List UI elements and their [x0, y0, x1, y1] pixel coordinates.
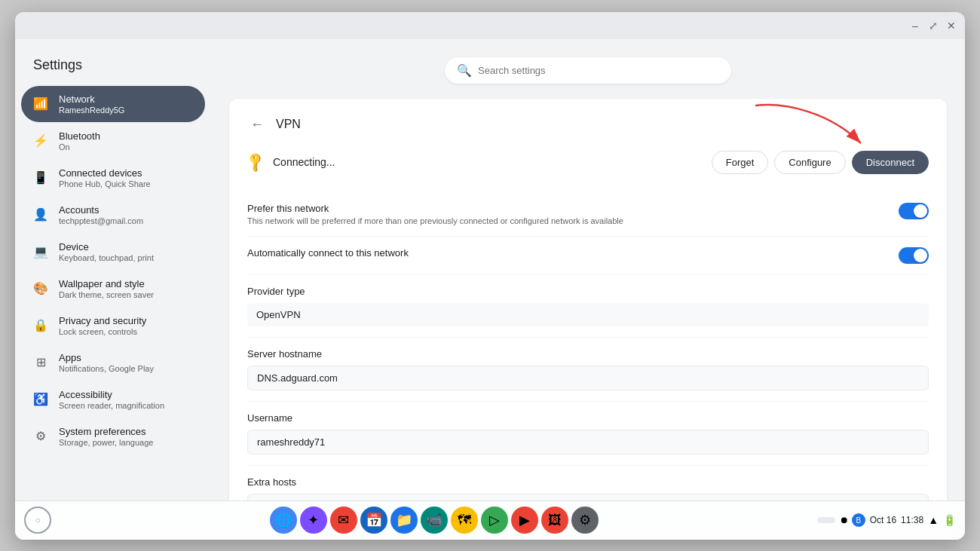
connecting-row: 🔑 Connecting... Forget Configure Disconn…	[247, 151, 929, 174]
laptop-icon: 💻	[33, 244, 48, 259]
sidebar-sub-apps: Notifications, Google Play	[59, 364, 193, 373]
extra-hosts-label: Extra hosts	[247, 476, 929, 488]
taskbar-app-gmail[interactable]: ✉	[330, 507, 357, 534]
sidebar-sub-device: Keyboard, touchpad, print	[59, 253, 193, 262]
status-icons: ⏺ B	[840, 513, 865, 527]
vpn-header: ← VPN	[247, 114, 929, 136]
status-pill[interactable]	[817, 517, 835, 523]
prefer-network-row: Prefer this network This network will be…	[247, 192, 929, 237]
sidebar-sub-bluetooth: On	[59, 142, 193, 152]
sidebar-item-connected-devices[interactable]: 📱 Connected devices Phone Hub, Quick Sha…	[21, 160, 205, 196]
sidebar-label-connected-devices: Connected devices	[59, 167, 193, 179]
sidebar-item-apps[interactable]: ⊞ Apps Notifications, Google Play	[21, 344, 205, 381]
sidebar-label-device: Device	[59, 241, 193, 253]
wifi-icon: ▲	[928, 514, 939, 526]
sidebar-item-privacy[interactable]: 🔒 Privacy and security Lock screen, cont…	[21, 308, 205, 344]
disconnect-button[interactable]: Disconnect	[852, 151, 929, 174]
sidebar-item-device[interactable]: 💻 Device Keyboard, touchpad, print	[21, 234, 205, 270]
maximize-button[interactable]: ⤢	[927, 20, 939, 32]
sidebar-label-accessibility: Accessibility	[59, 389, 193, 400]
taskbar-time: 11:38	[901, 515, 923, 525]
prefer-network-toggle[interactable]	[899, 203, 929, 219]
username-input[interactable]	[247, 430, 929, 455]
sidebar-item-network[interactable]: 📶 Network RameshReddy5G	[21, 86, 205, 122]
extra-hosts-row: Extra hosts	[247, 466, 929, 500]
server-hostname-input[interactable]	[247, 366, 929, 390]
taskbar-apps: 🌐✦✉📅📁📹🗺▷▶🖼⚙	[270, 507, 599, 534]
launcher-button[interactable]: ○	[24, 507, 51, 534]
sidebar: Settings 📶 Network RameshReddy5G ⚡ Bluet…	[15, 39, 211, 500]
sidebar-sub-accessibility: Screen reader, magnification	[59, 401, 193, 410]
sidebar-label-wallpaper: Wallpaper and style	[59, 278, 193, 289]
vpn-panel: ← VPN	[229, 99, 947, 500]
taskbar-app-photos-maps[interactable]: 🗺	[451, 507, 478, 534]
sidebar-label-apps: Apps	[59, 352, 193, 363]
connecting-status: Connecting...	[273, 156, 703, 168]
battery-icon: 🔋	[943, 514, 956, 526]
auto-connect-toggle[interactable]	[899, 247, 929, 264]
sidebar-item-accessibility[interactable]: ♿ Accessibility Screen reader, magnifica…	[21, 381, 205, 418]
main-content: 🔍 ← VPN	[211, 39, 965, 500]
back-button[interactable]: ←	[247, 114, 267, 136]
taskbar-app-gemini[interactable]: ✦	[300, 507, 327, 534]
sidebar-sub-accounts: techpptest@gmail.com	[59, 216, 193, 225]
sidebar-label-bluetooth: Bluetooth	[59, 130, 193, 142]
sidebar-item-accounts[interactable]: 👤 Accounts techpptest@gmail.com	[21, 197, 205, 233]
configure-button[interactable]: Configure	[774, 151, 845, 174]
wifi-icon: 📶	[33, 96, 48, 112]
sidebar-label-privacy: Privacy and security	[59, 315, 193, 326]
badge-icon: B	[852, 513, 865, 527]
search-input[interactable]	[478, 65, 719, 76]
security-icon: 🔒	[33, 318, 48, 333]
taskbar-app-meet[interactable]: 📹	[421, 507, 448, 534]
taskbar-app-play[interactable]: ▷	[481, 507, 508, 534]
provider-type-value: OpenVPN	[247, 303, 929, 326]
vpn-action-buttons: Forget Configure Disconnect	[712, 151, 929, 174]
auto-connect-label: Automatically connect to this network	[247, 247, 409, 259]
provider-type-row: Provider type OpenVPN	[247, 275, 929, 338]
extra-hosts-input[interactable]	[247, 494, 929, 500]
server-hostname-row: Server hostname	[247, 338, 929, 402]
taskbar-app-photos[interactable]: 🖼	[541, 507, 568, 534]
taskbar-app-calendar[interactable]: 📅	[360, 507, 387, 534]
sidebar-item-bluetooth[interactable]: ⚡ Bluetooth On	[21, 123, 205, 159]
devices-icon: 📱	[33, 170, 48, 185]
app-body: Settings 📶 Network RameshReddy5G ⚡ Bluet…	[15, 39, 965, 500]
person-icon: 👤	[33, 207, 48, 222]
forget-button[interactable]: Forget	[712, 151, 769, 174]
taskbar-app-settings[interactable]: ⚙	[571, 507, 599, 534]
username-row: Username	[247, 402, 929, 466]
minimize-button[interactable]: –	[909, 20, 921, 32]
sidebar-sub-wallpaper: Dark theme, screen saver	[59, 290, 193, 299]
taskbar-app-files[interactable]: 📁	[390, 507, 418, 534]
taskbar-app-chrome[interactable]: 🌐	[270, 507, 297, 534]
vpn-title: VPN	[276, 118, 301, 131]
sidebar-sub-system: Storage, power, language	[59, 438, 193, 447]
settings-window: – ⤢ ✕ Settings 📶 Network RameshReddy5G ⚡…	[15, 12, 965, 540]
close-button[interactable]: ✕	[945, 20, 957, 32]
sidebar-sub-network: RameshReddy5G	[59, 106, 193, 115]
sidebar-label-accounts: Accounts	[59, 204, 193, 216]
server-hostname-label: Server hostname	[247, 348, 929, 360]
sidebar-label-system: System preferences	[59, 426, 193, 437]
sidebar-item-wallpaper[interactable]: 🎨 Wallpaper and style Dark theme, screen…	[21, 271, 205, 307]
sidebar-item-system[interactable]: ⚙ System preferences Storage, power, lan…	[21, 418, 205, 455]
record-icon: ⏺	[840, 515, 849, 525]
prefer-network-label: Prefer this network	[247, 203, 623, 214]
bluetooth-icon: ⚡	[33, 133, 48, 148]
taskbar: ○ 🌐✦✉📅📁📹🗺▷▶🖼⚙ ⏺ B Oct 16 11:38 ▲ 🔋	[15, 500, 965, 540]
sidebar-sub-privacy: Lock screen, controls	[59, 327, 193, 336]
taskbar-date: Oct 16	[870, 515, 896, 525]
grid-icon: ⊞	[33, 355, 48, 370]
sidebar-label-network: Network	[59, 93, 193, 105]
accessibility-icon: ♿	[33, 392, 48, 407]
titlebar: – ⤢ ✕	[15, 12, 965, 39]
search-bar[interactable]: 🔍	[445, 57, 731, 84]
search-icon: 🔍	[457, 63, 472, 78]
sidebar-sub-connected-devices: Phone Hub, Quick Share	[59, 179, 193, 188]
username-label: Username	[247, 412, 929, 424]
auto-connect-row: Automatically connect to this network	[247, 237, 929, 275]
header: 🔍	[229, 51, 947, 99]
taskbar-app-youtube[interactable]: ▶	[511, 507, 538, 534]
sidebar-nav: 📶 Network RameshReddy5G ⚡ Bluetooth On 📱…	[15, 86, 211, 455]
